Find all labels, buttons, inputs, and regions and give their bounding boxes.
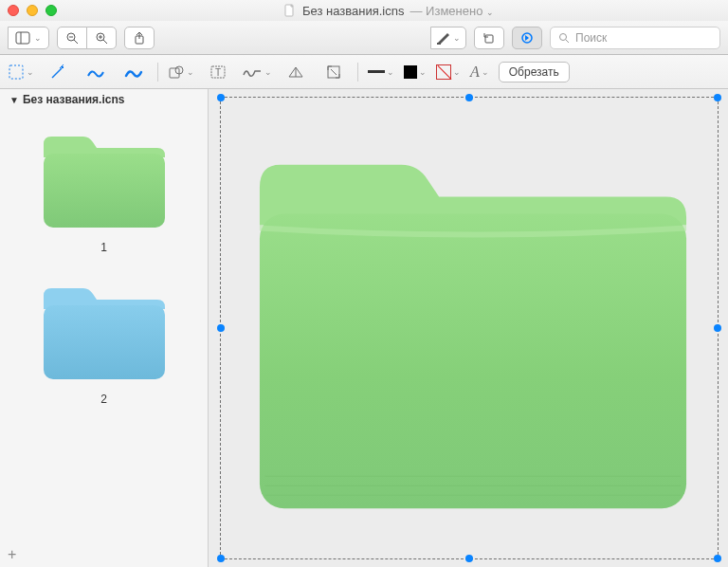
resize-icon (326, 64, 341, 80)
svg-text:T: T (215, 67, 221, 78)
shapes-tool[interactable]: ⌄ (168, 64, 194, 80)
plus-icon: + (8, 546, 16, 562)
crop-button-label: Обрезать (509, 65, 559, 79)
rotate-icon (482, 31, 496, 45)
markup-mode-button[interactable] (512, 27, 542, 49)
thumbnail-label: 1 (100, 241, 107, 254)
zoom-in-button[interactable] (86, 27, 117, 49)
svg-rect-27 (44, 305, 165, 379)
text-tool[interactable]: T (204, 61, 232, 83)
sketch-tool[interactable] (82, 61, 110, 83)
fill-color-dropdown[interactable]: ⌄ (436, 64, 461, 80)
svg-rect-1 (16, 32, 29, 44)
svg-rect-12 (437, 43, 441, 45)
svg-point-15 (560, 33, 567, 40)
thumbnail-label: 2 (100, 393, 107, 406)
text-icon: T (210, 64, 226, 80)
instant-alpha-tool[interactable] (44, 61, 72, 83)
draw-tool[interactable] (119, 61, 148, 83)
zoom-in-icon (95, 31, 108, 45)
close-window-button[interactable] (8, 5, 19, 16)
svg-line-18 (52, 68, 62, 78)
thumbnail-item[interactable]: 2 (0, 273, 208, 413)
signature-icon (242, 65, 263, 79)
thumbnails-sidebar: ▼ Без названия.icns 1 (0, 89, 209, 567)
main-toolbar: ⌄ ⌄ Поиск (0, 21, 728, 55)
svg-rect-19 (170, 68, 179, 78)
content-area: ▼ Без названия.icns 1 (0, 89, 728, 567)
canvas-image (246, 127, 700, 539)
selection-handle[interactable] (217, 555, 225, 562)
svg-line-4 (74, 40, 78, 44)
selection-handle[interactable] (714, 555, 721, 562)
selection-handle[interactable] (714, 94, 721, 101)
sidebar-icon (15, 31, 30, 45)
line-width-dropdown[interactable]: ⌄ (368, 67, 394, 77)
title-modified: — Изменено ⌄ (410, 4, 494, 18)
selection-handle[interactable] (217, 324, 225, 332)
folder-icon-green (38, 129, 171, 233)
sidebar-filename: Без названия.icns (23, 93, 125, 106)
svg-line-7 (103, 40, 107, 44)
selection-tool[interactable]: ⌄ (8, 64, 34, 81)
canvas[interactable] (209, 89, 728, 567)
adjust-size-tool[interactable] (319, 61, 348, 83)
wand-icon (49, 64, 66, 81)
svg-rect-28 (260, 214, 686, 509)
title-chevron-icon[interactable]: ⌄ (486, 8, 494, 17)
sidebar-file-header[interactable]: ▼ Без названия.icns (0, 89, 208, 110)
minimize-window-button[interactable] (27, 5, 38, 16)
maximize-window-button[interactable] (46, 5, 57, 16)
selection-handle[interactable] (465, 555, 473, 562)
sign-tool[interactable]: ⌄ (242, 65, 272, 79)
window-title: Без названия.icns — Изменено ⌄ (57, 4, 720, 18)
line-width-icon (368, 70, 385, 73)
title-filename: Без названия.icns (302, 4, 404, 18)
markup-dropdown[interactable]: ⌄ (430, 27, 466, 49)
window-controls (8, 5, 57, 16)
draw-icon (124, 64, 143, 80)
svg-rect-17 (9, 65, 23, 79)
search-icon (558, 32, 570, 44)
markup-toolbar: ⌄ ⌄ T ⌄ ⌄ ⌄ ⌄ A ⌄ Обрезать (0, 55, 728, 89)
zoom-out-icon (65, 31, 79, 45)
view-dropdown[interactable]: ⌄ (8, 27, 49, 49)
selection-handle[interactable] (217, 94, 225, 101)
shapes-icon (168, 64, 185, 80)
search-placeholder: Поиск (575, 31, 607, 45)
thumbnail-list: 1 2 (0, 110, 208, 542)
no-fill-icon (436, 64, 451, 80)
highlighter-icon (436, 31, 451, 45)
window-titlebar: Без названия.icns — Изменено ⌄ (0, 0, 728, 21)
svg-rect-13 (485, 35, 493, 43)
rotate-button[interactable] (474, 27, 504, 49)
zoom-out-button[interactable] (57, 27, 87, 49)
font-a-icon: A (470, 64, 480, 81)
font-style-dropdown[interactable]: A ⌄ (470, 64, 489, 81)
svg-rect-26 (44, 154, 165, 228)
svg-line-16 (566, 40, 569, 43)
document-icon (283, 4, 297, 17)
crop-button[interactable]: Обрезать (499, 62, 570, 82)
add-page-button[interactable]: + (0, 542, 208, 567)
thumbnail-item[interactable]: 1 (0, 121, 208, 262)
folder-icon-green-large (246, 127, 700, 539)
svg-line-25 (331, 69, 337, 75)
zoom-group (57, 27, 117, 49)
search-input[interactable]: Поиск (550, 27, 720, 49)
selection-handle[interactable] (714, 324, 721, 332)
sketch-icon (86, 64, 105, 80)
selection-rect-icon (8, 64, 25, 81)
markup-icon (520, 31, 534, 45)
adjust-color-tool[interactable] (282, 61, 310, 83)
share-button[interactable] (124, 27, 155, 49)
stroke-swatch-icon (404, 65, 417, 79)
share-icon (133, 31, 146, 45)
folder-icon-blue (38, 281, 171, 385)
selection-handle[interactable] (465, 94, 473, 101)
prism-icon (287, 65, 304, 79)
disclosure-triangle-icon[interactable]: ▼ (9, 95, 19, 105)
stroke-color-dropdown[interactable]: ⌄ (404, 65, 427, 79)
